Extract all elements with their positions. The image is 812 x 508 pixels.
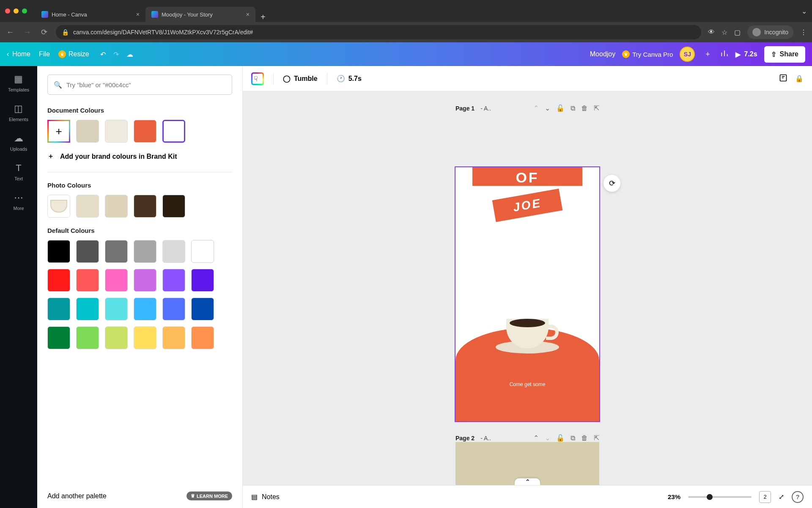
add-brand-kit[interactable]: ＋ Add your brand colours in Brand Kit <box>47 152 232 161</box>
page-canvas[interactable]: ⟳ OF JOE Come get some <box>455 167 599 421</box>
undo-button[interactable]: ↶ <box>100 50 106 58</box>
cloud-sync-icon[interactable]: ☁ <box>126 50 133 58</box>
reload-button[interactable]: ⟳ <box>39 28 49 37</box>
color-swatch[interactable] <box>76 240 99 263</box>
rail-more[interactable]: ⋯ More <box>13 192 24 211</box>
tabs-dropdown[interactable]: ⌄ <box>801 7 807 15</box>
window-minimize[interactable] <box>14 8 19 14</box>
color-swatch[interactable] <box>134 269 156 292</box>
forward-button[interactable]: → <box>22 28 32 37</box>
color-search[interactable]: 🔍 <box>47 75 232 95</box>
page-up-icon[interactable]: ⌃ <box>533 434 539 442</box>
new-tab-button[interactable]: + <box>255 12 271 22</box>
learn-more-button[interactable]: ♛ LEARN MORE <box>187 491 232 500</box>
color-swatch[interactable] <box>162 240 185 263</box>
rail-elements[interactable]: ◫ Elements <box>9 103 28 122</box>
background-color-picker[interactable]: ☟ <box>251 72 264 85</box>
add-palette-link[interactable]: Add another palette <box>47 492 107 500</box>
color-swatch[interactable] <box>47 326 70 349</box>
add-color-swatch[interactable]: + <box>47 120 70 143</box>
color-swatch[interactable] <box>191 240 214 263</box>
color-swatch[interactable] <box>47 298 70 320</box>
color-swatch[interactable] <box>105 195 128 218</box>
page-add-icon[interactable]: ⇱ <box>594 104 599 112</box>
document-title[interactable]: Moodjoy <box>590 50 615 58</box>
color-swatch[interactable] <box>134 195 156 218</box>
color-swatch[interactable] <box>47 240 70 263</box>
incognito-eye-icon[interactable]: 👁 <box>708 28 715 36</box>
browser-tab[interactable]: Moodjoy - Your Story × <box>145 7 255 22</box>
color-swatch[interactable] <box>105 298 128 320</box>
page-up-icon[interactable]: ⌃ <box>533 104 539 112</box>
zoom-value[interactable]: 23% <box>668 493 680 500</box>
present-button[interactable]: ▶ 7.2s <box>735 50 757 58</box>
try-pro-button[interactable]: ♛ Try Canva Pro <box>622 50 673 58</box>
file-menu[interactable]: File <box>39 50 50 58</box>
color-swatch[interactable] <box>134 240 156 263</box>
canvas-scroll[interactable]: Page 1 - A.. ⌃ ⌄ 🔓 ⧉ 🗑 ⇱ ⟳ OF JOE <box>243 91 812 485</box>
color-swatch[interactable] <box>162 326 185 349</box>
color-swatch[interactable] <box>105 269 128 292</box>
page-label-prefix[interactable]: Page 1 <box>455 105 475 112</box>
share-button[interactable]: ⇧ Share <box>764 46 805 63</box>
page-add-icon[interactable]: ⇱ <box>594 434 599 442</box>
color-swatch[interactable] <box>47 269 70 292</box>
redo-button[interactable]: ↷ <box>113 50 119 58</box>
color-swatch[interactable] <box>76 120 99 143</box>
timeline-expand-handle[interactable]: ⌃ <box>515 478 540 485</box>
notes-button[interactable]: ▤ Notes <box>251 493 280 501</box>
page-label-prefix[interactable]: Page 2 <box>455 435 475 442</box>
animation-button[interactable]: ◯ Tumble <box>283 75 318 83</box>
back-button[interactable]: ← <box>5 28 15 37</box>
add-member-button[interactable]: + <box>702 48 713 60</box>
page-down-icon[interactable]: ⌄ <box>545 104 550 112</box>
page-delete-icon[interactable]: 🗑 <box>581 434 588 442</box>
color-swatch[interactable] <box>191 298 214 320</box>
position-icon[interactable] <box>779 74 787 84</box>
close-icon[interactable]: × <box>246 11 250 18</box>
page-lock-icon[interactable]: 🔓 <box>556 434 565 442</box>
home-button[interactable]: ‹ Home <box>7 50 30 58</box>
color-swatch[interactable] <box>76 298 99 320</box>
color-swatch[interactable] <box>134 298 156 320</box>
panel-icon[interactable]: ▢ <box>734 28 741 36</box>
rail-uploads[interactable]: ☁ Uploads <box>10 133 27 152</box>
zoom-thumb[interactable] <box>707 494 713 500</box>
photo-source-swatch[interactable] <box>47 195 70 218</box>
regenerate-button[interactable]: ⟳ <box>604 175 620 192</box>
insights-icon[interactable] <box>720 49 729 59</box>
art-coffee-cup[interactable] <box>498 311 557 353</box>
color-swatch-selected[interactable] <box>162 120 185 143</box>
color-swatch[interactable] <box>105 240 128 263</box>
art-text-joe[interactable]: JOE <box>492 189 563 222</box>
window-maximize[interactable] <box>22 8 27 14</box>
user-avatar[interactable]: SJ <box>680 47 695 62</box>
zoom-slider[interactable] <box>688 496 752 498</box>
page-count-button[interactable]: 2 <box>759 491 771 503</box>
rail-templates[interactable]: ▦ Templates <box>8 74 29 92</box>
window-close[interactable] <box>5 8 10 14</box>
page-delete-icon[interactable]: 🗑 <box>581 105 588 112</box>
page-down-icon[interactable]: ⌄ <box>545 434 550 442</box>
browser-tab[interactable]: Home - Canva × <box>36 7 145 22</box>
color-search-input[interactable] <box>66 81 226 88</box>
color-swatch[interactable] <box>191 269 214 292</box>
color-swatch[interactable] <box>76 326 99 349</box>
color-swatch[interactable] <box>162 298 185 320</box>
fullscreen-icon[interactable]: ⤢ <box>779 493 784 501</box>
color-swatch[interactable] <box>162 195 185 218</box>
resize-button[interactable]: ♛ Resize <box>58 50 89 58</box>
rail-text[interactable]: T Text <box>14 163 23 181</box>
page-duplicate-icon[interactable]: ⧉ <box>571 434 575 442</box>
color-swatch[interactable] <box>134 326 156 349</box>
color-swatch[interactable] <box>105 326 128 349</box>
lock-icon[interactable]: 🔒 <box>795 75 804 83</box>
color-swatch[interactable] <box>76 269 99 292</box>
color-swatch[interactable] <box>105 120 128 143</box>
color-swatch[interactable] <box>76 195 99 218</box>
color-swatch[interactable] <box>134 120 156 143</box>
close-icon[interactable]: × <box>136 11 140 18</box>
help-button[interactable]: ? <box>792 491 804 503</box>
art-text-of[interactable]: OF <box>472 167 582 186</box>
color-swatch[interactable] <box>162 269 185 292</box>
